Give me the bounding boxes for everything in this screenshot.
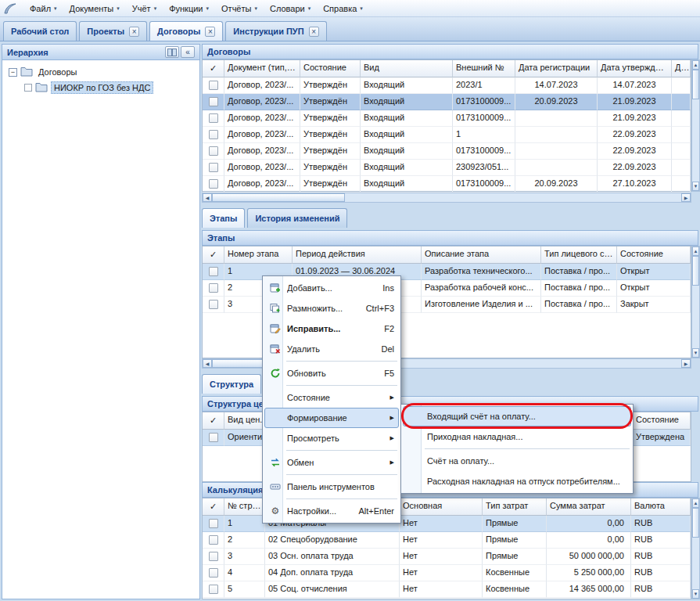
table-row[interactable]: 4 04 Доп. оплата труда Нет Косвенные 5 2…: [203, 565, 691, 581]
scroll-left-icon[interactable]: ◀: [203, 359, 212, 368]
row-checkbox[interactable]: [209, 433, 218, 442]
scroll-down-icon[interactable]: ▼: [692, 182, 699, 191]
menu-item-documents[interactable]: Документы▾: [63, 2, 126, 16]
column-header-stage-number[interactable]: Номер этапа: [224, 247, 293, 264]
scroll-up-icon[interactable]: ▲: [692, 498, 699, 508]
column-header-kind[interactable]: Вид: [361, 60, 453, 77]
contracts-v-scrollbar[interactable]: ▲ ▼: [691, 59, 700, 192]
row-checkbox[interactable]: [209, 519, 218, 528]
menu-item-accounting[interactable]: Учёт▾: [126, 2, 163, 16]
table-row[interactable]: 2 02 Спецоборудование Нет Прямые 0,00 RU…: [203, 532, 691, 549]
column-header-appr-date[interactable]: Дата утверждения: [598, 60, 672, 77]
scroll-thumb[interactable]: [212, 193, 345, 202]
submenu-item-dispatch-note[interactable]: Расходная накладная на отпуск потребител…: [403, 471, 631, 491]
row-checkbox[interactable]: [209, 179, 218, 189]
table-row-selected[interactable]: Договор, 2023/... Утверждён Входящий 017…: [203, 94, 691, 110]
tab-history[interactable]: История изменений: [247, 208, 347, 228]
tab-contracts[interactable]: Договоры×: [149, 21, 223, 41]
column-header-check[interactable]: ✓: [203, 498, 224, 516]
stages-v-scrollbar[interactable]: ▲ ▼: [691, 246, 700, 358]
row-checkbox[interactable]: [209, 81, 218, 90]
tab-projects[interactable]: Проекты×: [79, 21, 147, 41]
columns-icon-button[interactable]: [165, 46, 179, 58]
contracts-h-scrollbar[interactable]: ◀ ▶: [202, 193, 691, 203]
column-header-description[interactable]: Описание этапа: [422, 247, 541, 264]
column-header-check[interactable]: ✓: [203, 247, 224, 264]
checkbox-icon[interactable]: [24, 84, 32, 92]
table-row[interactable]: Договор, 2023/... Утверждён Входящий 017…: [203, 110, 691, 127]
scroll-right-icon[interactable]: ▶: [681, 359, 691, 368]
menu-item-functions[interactable]: Функции▾: [163, 2, 215, 16]
table-row[interactable]: Договор, 2023/... Утверждён Входящий 017…: [203, 143, 691, 160]
row-checkbox[interactable]: [209, 113, 218, 123]
table-row[interactable]: Договор, 2023/... Утверждён Входящий 202…: [203, 77, 691, 94]
scroll-right-icon[interactable]: ▶: [681, 193, 691, 202]
context-menu-item-delete[interactable]: Удалить Del: [264, 339, 399, 359]
table-row[interactable]: 5 05 Соц. отчисления Нет Косвенные 14 36…: [203, 581, 691, 598]
column-header-state[interactable]: Состояние: [633, 412, 691, 430]
context-menu-item-duplicate[interactable]: Размножить... Ctrl+F3: [264, 298, 399, 318]
table-row[interactable]: 3 03 Осн. оплата труда Нет Прямые 50 000…: [203, 549, 691, 565]
row-checkbox[interactable]: [209, 535, 218, 545]
context-menu-item-settings[interactable]: ⚙ Настройки... Alt+Enter: [264, 501, 399, 521]
tab-desktop[interactable]: Рабочий стол: [3, 21, 77, 41]
row-checkbox[interactable]: [209, 552, 218, 561]
scroll-up-icon[interactable]: ▲: [692, 247, 699, 256]
column-header-external[interactable]: Внешний №: [453, 60, 515, 77]
column-header-state[interactable]: Состояние: [300, 60, 361, 77]
menu-item-reports[interactable]: Отчёты▾: [215, 2, 264, 16]
tab-close-icon[interactable]: ×: [205, 27, 215, 37]
context-menu-item-toolbar[interactable]: Панель инструментов: [264, 477, 399, 497]
row-checkbox[interactable]: [209, 568, 218, 578]
tree-item-niokr[interactable]: НИОКР по ГОЗ без НДС: [4, 80, 198, 95]
tab-close-icon[interactable]: ×: [309, 27, 319, 37]
row-checkbox[interactable]: [209, 283, 218, 293]
row-checkbox[interactable]: [209, 130, 218, 139]
submenu-item-receipt-note[interactable]: Приходная накладная...: [403, 426, 631, 447]
column-header-period[interactable]: Период действия: [293, 247, 422, 264]
scroll-thumb[interactable]: [692, 256, 699, 286]
row-checkbox[interactable]: [209, 267, 218, 276]
context-menu-item-exchange[interactable]: Обмен ▶: [264, 452, 399, 473]
scroll-left-icon[interactable]: ◀: [203, 193, 212, 202]
table-row[interactable]: Договор, 2023/... Утверждён Входящий 017…: [203, 176, 691, 193]
submenu-item-payment-invoice[interactable]: Счёт на оплату...: [403, 451, 631, 471]
scroll-thumb[interactable]: [692, 70, 699, 99]
column-header-main[interactable]: Основная: [400, 498, 483, 516]
column-header-currency[interactable]: Валюта: [631, 498, 691, 516]
column-header-check[interactable]: ✓: [203, 412, 224, 430]
tab-structure[interactable]: Структура: [202, 374, 261, 394]
context-menu-item-view[interactable]: Просмотреть ▶: [264, 428, 399, 448]
row-checkbox[interactable]: [209, 163, 218, 172]
tab-instructions-pup[interactable]: Инструкции ПУП×: [225, 21, 326, 41]
submenu-item-incoming-invoice[interactable]: Входящий счёт на оплату...: [403, 406, 631, 426]
row-checkbox[interactable]: [209, 585, 218, 594]
column-header-date[interactable]: Дата: [672, 60, 691, 77]
tab-close-icon[interactable]: ×: [129, 27, 139, 37]
tree-item-contracts-root[interactable]: − Договоры: [4, 64, 198, 80]
column-header-cost-sum[interactable]: Сумма затрат: [547, 498, 631, 516]
scroll-thumb[interactable]: [692, 508, 699, 538]
row-checkbox[interactable]: [209, 97, 218, 106]
column-header-row-number[interactable]: № строки: [224, 498, 265, 516]
column-header-check[interactable]: ✓: [203, 60, 224, 77]
column-header-cost-type[interactable]: Тип затрат: [483, 498, 547, 516]
menu-item-help[interactable]: Справка▾: [317, 2, 369, 16]
context-menu-item-refresh[interactable]: Обновить F5: [264, 363, 399, 383]
context-menu-item-add[interactable]: Добавить... Ins: [264, 278, 399, 298]
collapse-node-icon[interactable]: −: [9, 68, 17, 77]
context-menu-item-generate[interactable]: Формирование ▶: [264, 408, 399, 428]
menu-item-dictionaries[interactable]: Словари▾: [264, 2, 317, 16]
tab-stages[interactable]: Этапы: [202, 208, 245, 228]
scroll-down-icon[interactable]: ▼: [692, 589, 699, 599]
column-header-account-type[interactable]: Тип лицевого счёта: [541, 247, 617, 264]
menu-item-file[interactable]: Файл▾: [23, 2, 63, 16]
calculation-v-scrollbar[interactable]: ▲ ▼: [691, 498, 700, 599]
context-menu-item-edit[interactable]: Исправить... F2: [264, 318, 399, 339]
row-checkbox[interactable]: [209, 146, 218, 156]
scroll-down-icon[interactable]: ▼: [692, 348, 699, 358]
scroll-up-icon[interactable]: ▲: [692, 60, 699, 70]
table-row[interactable]: Договор, 2023/... Утверждён Входящий 230…: [203, 160, 691, 176]
row-checkbox[interactable]: [209, 300, 218, 309]
column-header-reg-date[interactable]: Дата регистрации: [515, 60, 598, 77]
